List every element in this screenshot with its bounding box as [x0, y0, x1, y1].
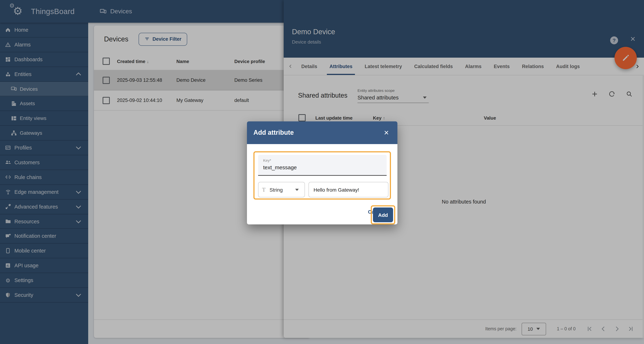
text-type-icon: T [262, 186, 266, 193]
value-type-select[interactable]: T String [258, 182, 305, 197]
attribute-value-text: Hello from Gateway! [314, 187, 359, 193]
key-input-label: Key* [263, 158, 386, 162]
dialog-title: Add attribute [254, 129, 294, 137]
chevron-down-icon [295, 189, 299, 191]
dialog-close-icon[interactable]: × [382, 128, 391, 137]
value-type-value: String [270, 187, 283, 193]
key-input[interactable]: Key* text_message [258, 155, 386, 176]
attribute-value-input[interactable]: Hello from Gateway! [308, 182, 388, 197]
key-input-value: text_message [263, 164, 386, 170]
thingsboard-app: Devices Device Filter Created time↓ Name… [0, 0, 644, 344]
dialog-header: Add attribute × [247, 121, 398, 144]
add-attribute-dialog: Add attribute × Key* text_message T Stri… [247, 121, 398, 224]
add-button[interactable]: Add [373, 207, 393, 222]
